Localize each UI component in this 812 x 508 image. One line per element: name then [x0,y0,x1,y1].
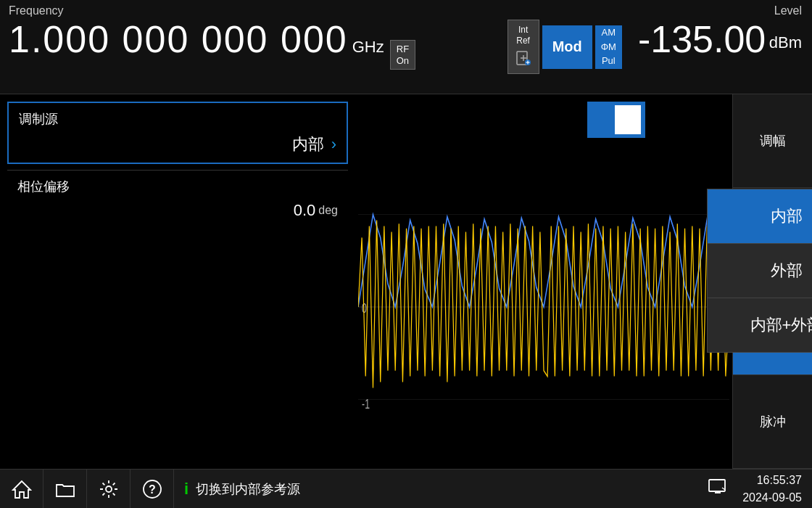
modulation-source-box[interactable]: 调制源 内部 › [7,102,348,164]
svg-text:-1: -1 [362,396,370,411]
help-button[interactable]: ? [130,470,174,509]
sidebar-btn-am[interactable]: 调幅 [733,94,812,188]
dropdown-item-internal[interactable]: 内部 [708,189,812,244]
int-ref-line2: Ref [515,36,531,47]
date-display: 2024-09-05 [742,489,802,507]
modulation-source-arrow: › [331,135,336,154]
home-icon [12,479,32,499]
svg-text:?: ? [149,483,156,496]
top-bar: Frequency 1.000 000 000 000 GHz RF On In… [0,0,812,94]
pul-label: Pul [602,54,616,68]
phase-offset-value: 0.0 [294,201,316,220]
int-ref-button[interactable]: Int Ref [508,20,539,75]
modulation-source-label: 调制源 [19,110,336,128]
waveform-chart: 0 -1 [358,145,729,469]
phase-offset-label: 相位偏移 [17,178,338,195]
svg-rect-15 [709,480,725,491]
monitor-icon[interactable] [708,478,728,500]
mod-button[interactable]: Mod [542,25,592,69]
left-panel: 调制源 内部 › 相位偏移 0.0 deg [0,94,355,469]
display-icon [708,478,728,496]
level-value: -135.00 [638,18,766,60]
info-text: 切换到内部参考源 [196,480,300,498]
int-ref-line1: Int [515,25,531,36]
phm-label: ΦM [601,40,616,54]
am-phm-pul-button[interactable]: AM ΦM Pul [595,25,622,69]
modulation-source-value: 内部 [292,134,324,155]
toggle-thumb [615,105,641,134]
rf-on-button[interactable]: RF On [390,40,415,70]
frequency-value: 1.000 000 000 000 [9,20,348,58]
chart-container: 内部 外部 内部+外部 0 -1 [355,94,732,469]
dropdown-item-external[interactable]: 外部 [708,244,812,298]
svg-marker-11 [13,481,30,498]
main-content: 调制源 内部 › 相位偏移 0.0 deg 内部 外部 内部+外部 [0,94,812,469]
frequency-unit: GHz [352,38,384,57]
bottom-bar: ? i 切换到内部参考源 16:55:37 2024-09-05 [0,469,812,508]
time-display: 16:55:37 [742,472,802,489]
toggle-switch[interactable] [587,102,645,138]
folder-button[interactable] [44,470,87,509]
phase-offset-unit: deg [318,204,338,217]
level-section: Level -135.00 dBm [628,0,812,94]
modulation-source-dropdown: 内部 外部 内部+外部 [707,189,812,353]
phase-offset-box: 相位偏移 0.0 deg [7,170,348,227]
file-plus-icon [515,50,531,70]
bottom-right: 16:55:37 2024-09-05 [697,472,812,507]
svg-text:0: 0 [362,300,367,315]
level-label: Level [638,4,802,17]
sidebar-btn-pulse[interactable]: 脉冲 [733,375,812,469]
folder-icon [55,480,75,498]
level-unit: dBm [769,33,802,52]
mid-buttons: Int Ref Mod AM ΦM Pul [502,0,628,94]
home-button[interactable] [0,470,44,509]
info-icon: i [184,480,188,499]
dropdown-item-internal-external[interactable]: 内部+外部 [708,298,812,352]
settings-button[interactable] [87,470,130,509]
gear-icon [99,479,119,499]
info-section: i 切换到内部参考源 [174,480,697,499]
help-icon: ? [142,479,162,499]
frequency-section: Frequency 1.000 000 000 000 GHz RF On [0,0,502,94]
datetime-display: 16:55:37 2024-09-05 [742,472,802,507]
waveform-svg: 0 -1 [358,145,729,469]
svg-point-12 [106,486,112,492]
am-label: AM [602,25,616,40]
frequency-label: Frequency [9,4,493,17]
